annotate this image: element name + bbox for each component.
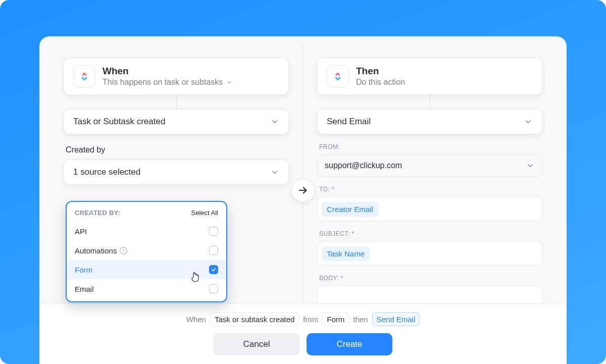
automation-builder-window: When This happens on task or subtasks Ta… bbox=[39, 36, 567, 364]
then-header-card: Then Do this action bbox=[317, 58, 542, 95]
flow-arrow-badge bbox=[291, 179, 315, 202]
outer-frame: When This happens on task or subtasks Ta… bbox=[0, 0, 606, 364]
check-icon bbox=[211, 267, 217, 273]
footer-bar: When Task or subtask created from Form t… bbox=[39, 303, 567, 364]
when-subtitle-row[interactable]: This happens on task or subtasks bbox=[103, 78, 233, 87]
clickup-logo bbox=[73, 65, 95, 87]
summary-trigger-chip: Task or subtask created bbox=[210, 313, 299, 326]
connector-line bbox=[430, 95, 430, 109]
chevron-down-icon bbox=[226, 79, 233, 86]
chevron-down-icon bbox=[270, 168, 279, 177]
dropdown-option-email[interactable]: Email bbox=[67, 279, 226, 298]
select-all-link[interactable]: Select All bbox=[191, 209, 218, 217]
trigger-select[interactable]: Task or Subtask created bbox=[64, 109, 289, 134]
checkbox[interactable] bbox=[209, 265, 218, 274]
dropdown-option-form[interactable]: Form bbox=[67, 260, 226, 279]
summary-then-word: then bbox=[353, 315, 368, 324]
from-field[interactable]: support@clickup.com bbox=[317, 154, 542, 177]
clickup-logo bbox=[327, 65, 349, 87]
arrow-right-icon bbox=[297, 185, 309, 196]
when-subtitle: This happens on task or subtasks bbox=[103, 78, 223, 87]
builder-columns: When This happens on task or subtasks Ta… bbox=[39, 36, 567, 298]
then-subtitle: Do this action bbox=[356, 78, 405, 87]
when-header-card: When This happens on task or subtasks bbox=[64, 58, 289, 95]
dropdown-option-label: Automations bbox=[75, 246, 117, 255]
clickup-logo-icon bbox=[332, 70, 344, 82]
subject-label: SUBJECT: * bbox=[319, 230, 540, 237]
automation-summary: When Task or subtask created from Form t… bbox=[186, 313, 420, 326]
dropdown-option-automations[interactable]: Automations i bbox=[67, 241, 226, 260]
then-column: Then Do this action Send Email FROM: sup… bbox=[303, 36, 567, 298]
chevron-down-icon bbox=[270, 117, 279, 126]
body-label: BODY: * bbox=[319, 275, 540, 282]
then-title: Then bbox=[356, 66, 405, 77]
from-value: support@clickup.com bbox=[325, 161, 402, 170]
chevron-down-icon bbox=[524, 117, 533, 126]
info-icon[interactable]: i bbox=[120, 247, 127, 254]
to-label: TO: * bbox=[319, 186, 540, 193]
dropdown-option-label: Form bbox=[75, 266, 92, 274]
summary-source-chip: Form bbox=[322, 313, 349, 326]
chevron-down-icon bbox=[526, 161, 535, 170]
trigger-select-value: Task or Subtask created bbox=[73, 117, 165, 127]
dropdown-header-label: CREATED BY: bbox=[75, 209, 120, 217]
source-select-value: 1 source selected bbox=[73, 167, 140, 177]
subject-field[interactable]: Task Name bbox=[317, 241, 542, 266]
created-by-dropdown: CREATED BY: Select All API Automations i… bbox=[66, 201, 227, 302]
cancel-button[interactable]: Cancel bbox=[214, 333, 299, 355]
when-title: When bbox=[103, 66, 233, 77]
summary-when-word: When bbox=[186, 315, 206, 324]
connector-line bbox=[176, 95, 177, 109]
dropdown-option-label: API bbox=[75, 227, 87, 236]
dropdown-option-label: Email bbox=[75, 285, 94, 293]
checkbox[interactable] bbox=[209, 284, 218, 293]
summary-from-word: from bbox=[303, 315, 318, 324]
clickup-logo-icon bbox=[78, 70, 90, 82]
dropdown-option-api[interactable]: API bbox=[67, 222, 226, 241]
source-select[interactable]: 1 source selected bbox=[64, 160, 289, 185]
action-select-value: Send Email bbox=[327, 117, 371, 127]
checkbox[interactable] bbox=[209, 227, 218, 236]
when-column: When This happens on task or subtasks Ta… bbox=[39, 36, 303, 298]
create-button[interactable]: Create bbox=[307, 333, 392, 355]
summary-action-chip: Send Email bbox=[372, 313, 420, 326]
to-pill-creator-email[interactable]: Creator Email bbox=[322, 202, 378, 217]
to-field[interactable]: Creator Email bbox=[317, 197, 542, 221]
action-select[interactable]: Send Email bbox=[317, 109, 542, 134]
created-by-label: Created by bbox=[66, 145, 287, 154]
from-label: FROM: bbox=[319, 143, 540, 150]
checkbox[interactable] bbox=[209, 246, 218, 255]
subject-pill-task-name[interactable]: Task Name bbox=[322, 246, 370, 261]
